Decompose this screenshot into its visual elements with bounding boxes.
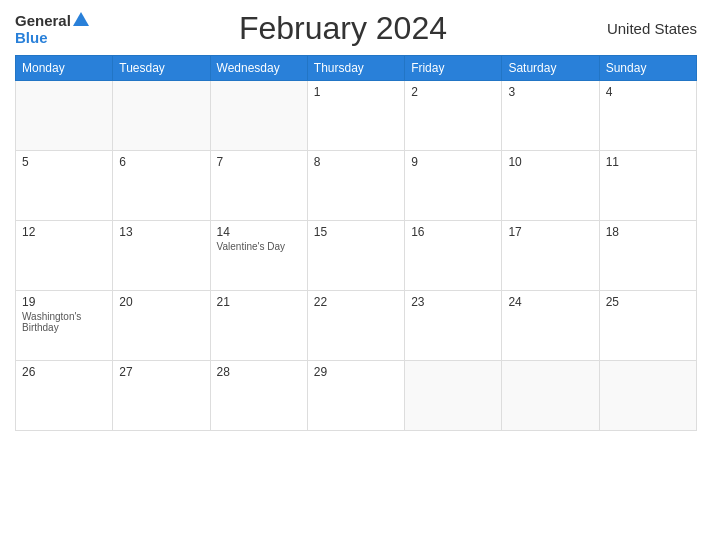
day-number: 20 (119, 295, 203, 309)
day-number: 16 (411, 225, 495, 239)
calendar-table: Monday Tuesday Wednesday Thursday Friday… (15, 55, 697, 431)
holiday-label: Washington's Birthday (22, 311, 106, 333)
table-row: 18 (599, 221, 696, 291)
table-row: 27 (113, 361, 210, 431)
day-number: 19 (22, 295, 106, 309)
day-number: 23 (411, 295, 495, 309)
day-number: 21 (217, 295, 301, 309)
day-number: 29 (314, 365, 398, 379)
day-number: 25 (606, 295, 690, 309)
day-number: 10 (508, 155, 592, 169)
col-friday: Friday (405, 56, 502, 81)
calendar-header-row: Monday Tuesday Wednesday Thursday Friday… (16, 56, 697, 81)
table-row: 29 (307, 361, 404, 431)
table-row: 5 (16, 151, 113, 221)
table-row (113, 81, 210, 151)
col-saturday: Saturday (502, 56, 599, 81)
header: General Blue February 2024 United States (15, 10, 697, 47)
table-row: 24 (502, 291, 599, 361)
table-row (599, 361, 696, 431)
table-row: 22 (307, 291, 404, 361)
logo-blue-text: Blue (15, 29, 48, 46)
table-row: 8 (307, 151, 404, 221)
day-number: 7 (217, 155, 301, 169)
country-label: United States (597, 20, 697, 37)
day-number: 17 (508, 225, 592, 239)
table-row (16, 81, 113, 151)
table-row: 19Washington's Birthday (16, 291, 113, 361)
logo-triangle-icon (73, 12, 89, 26)
col-thursday: Thursday (307, 56, 404, 81)
calendar-week-row: 121314Valentine's Day15161718 (16, 221, 697, 291)
logo: General Blue (15, 12, 89, 46)
calendar-week-row: 19Washington's Birthday202122232425 (16, 291, 697, 361)
table-row (405, 361, 502, 431)
table-row: 14Valentine's Day (210, 221, 307, 291)
table-row: 25 (599, 291, 696, 361)
calendar-week-row: 1234 (16, 81, 697, 151)
day-number: 6 (119, 155, 203, 169)
table-row: 3 (502, 81, 599, 151)
table-row: 15 (307, 221, 404, 291)
day-number: 5 (22, 155, 106, 169)
day-number: 15 (314, 225, 398, 239)
table-row: 16 (405, 221, 502, 291)
table-row: 9 (405, 151, 502, 221)
day-number: 13 (119, 225, 203, 239)
table-row: 21 (210, 291, 307, 361)
day-number: 1 (314, 85, 398, 99)
day-number: 27 (119, 365, 203, 379)
table-row: 6 (113, 151, 210, 221)
day-number: 28 (217, 365, 301, 379)
table-row: 4 (599, 81, 696, 151)
col-monday: Monday (16, 56, 113, 81)
day-number: 18 (606, 225, 690, 239)
day-number: 11 (606, 155, 690, 169)
day-number: 3 (508, 85, 592, 99)
table-row: 2 (405, 81, 502, 151)
table-row: 12 (16, 221, 113, 291)
table-row (210, 81, 307, 151)
col-sunday: Sunday (599, 56, 696, 81)
table-row: 7 (210, 151, 307, 221)
day-number: 24 (508, 295, 592, 309)
col-wednesday: Wednesday (210, 56, 307, 81)
calendar-page: General Blue February 2024 United States… (0, 0, 712, 550)
day-number: 9 (411, 155, 495, 169)
logo-general-text: General (15, 12, 71, 29)
table-row: 1 (307, 81, 404, 151)
table-row: 13 (113, 221, 210, 291)
day-number: 22 (314, 295, 398, 309)
table-row: 10 (502, 151, 599, 221)
table-row: 28 (210, 361, 307, 431)
holiday-label: Valentine's Day (217, 241, 301, 252)
table-row: 17 (502, 221, 599, 291)
col-tuesday: Tuesday (113, 56, 210, 81)
table-row: 11 (599, 151, 696, 221)
calendar-week-row: 26272829 (16, 361, 697, 431)
day-number: 12 (22, 225, 106, 239)
day-number: 8 (314, 155, 398, 169)
table-row: 26 (16, 361, 113, 431)
calendar-week-row: 567891011 (16, 151, 697, 221)
calendar-title: February 2024 (89, 10, 597, 47)
table-row (502, 361, 599, 431)
day-number: 14 (217, 225, 301, 239)
table-row: 20 (113, 291, 210, 361)
table-row: 23 (405, 291, 502, 361)
day-number: 2 (411, 85, 495, 99)
day-number: 26 (22, 365, 106, 379)
day-number: 4 (606, 85, 690, 99)
